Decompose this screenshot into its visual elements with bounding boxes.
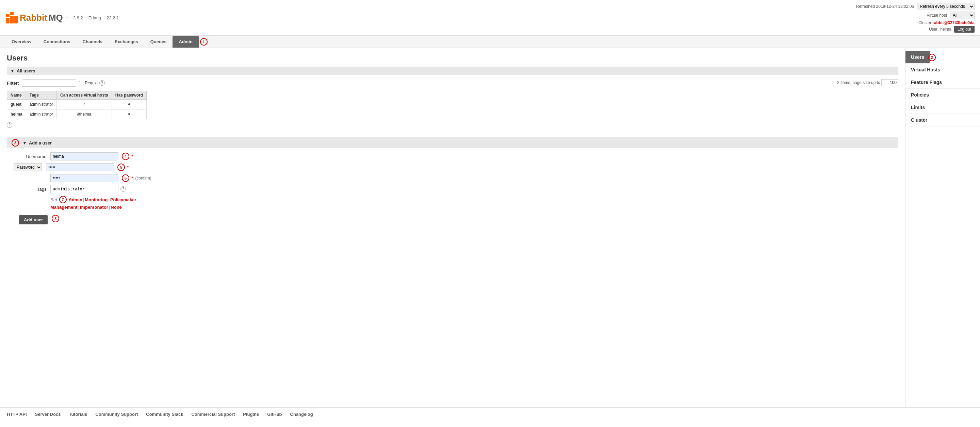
col-name: Name (7, 91, 26, 100)
annotation-2: 2 (928, 54, 936, 61)
svg-rect-1 (10, 12, 14, 15)
annotation-6: 6 (122, 175, 129, 182)
all-users-section: ▼ All users Filter: Regex ? (7, 67, 898, 132)
add-user-arrow: ▼ (22, 140, 27, 146)
tags-row: Tags: ? (14, 185, 898, 193)
table-help-icon[interactable]: ? (7, 122, 12, 128)
regex-label: Regex (85, 81, 97, 85)
footer-community-support[interactable]: Community Support (95, 412, 138, 417)
password-confirm-row: 6 * (confirm) (14, 174, 898, 182)
all-users-header[interactable]: ▼ All users (7, 67, 898, 75)
svg-rect-2 (10, 16, 14, 24)
user-vhosts-guest: / (57, 100, 112, 110)
add-user-label: Add a user (29, 140, 52, 146)
filter-help-icon[interactable]: ? (99, 80, 105, 86)
erlang-label: Erlang (89, 15, 102, 21)
footer: HTTP API Server Docs Tutorials Community… (0, 407, 980, 421)
users-table: Name Tags Can access virtual hosts Has p… (7, 91, 147, 119)
footer-community-slack[interactable]: Community Slack (146, 412, 183, 417)
footer-commercial-support[interactable]: Commercial Support (191, 412, 235, 417)
required-star-username: * (131, 154, 133, 159)
footer-server-docs[interactable]: Server Docs (35, 412, 61, 417)
sidebar-item-limits[interactable]: Limits (905, 101, 980, 114)
sidebar: Users 2 Virtual Hosts Feature Flags Poli… (905, 48, 980, 407)
sidebar-item-feature-flags[interactable]: Feature Flags (905, 76, 980, 89)
regex-checkbox[interactable] (79, 81, 83, 85)
nav-admin-wrapper: Admin 1 (172, 36, 207, 48)
refresh-row: Refreshed 2019-12-24 13:02:06 Refresh ev… (856, 3, 975, 10)
tag-management[interactable]: Management (50, 205, 77, 210)
password-type-select[interactable]: Password Hashing (14, 163, 42, 171)
sidebar-item-users[interactable]: Users (905, 51, 930, 63)
required-star-confirm: * (131, 175, 133, 181)
add-user-header[interactable]: 3 ▼ Add a user (7, 137, 898, 148)
tag-policymaker[interactable]: Policymaker (110, 197, 137, 202)
refreshed-text: Refreshed 2019-12-24 13:02:06 (856, 4, 914, 9)
logo-area: RabbitMQ™ 3.8.2 Erlang 22.2.1 (5, 11, 856, 24)
tag-sep-1: | (83, 197, 84, 202)
all-users-arrow: ▼ (10, 68, 14, 73)
logout-button[interactable]: Log out (954, 26, 975, 33)
logo-tm: ™ (64, 16, 68, 20)
table-header-row: Name Tags Can access virtual hosts Has p… (7, 91, 147, 100)
user-name-guest: guest (7, 100, 26, 110)
col-tags: Tags (26, 91, 56, 100)
username-input[interactable] (50, 152, 118, 160)
tag-impersonator[interactable]: Impersonator (80, 205, 108, 210)
tag-none[interactable]: None (111, 205, 122, 210)
col-vhosts: Can access virtual hosts (57, 91, 112, 100)
page-size-text: 2 items, page size up to (837, 80, 880, 85)
cluster-name: rabbit@32743bcfe0da (932, 21, 975, 25)
annotation-8: 8 (52, 215, 59, 222)
vhost-select[interactable]: All / /itheima (950, 11, 975, 19)
tags-input[interactable] (50, 185, 118, 193)
sidebar-item-cluster[interactable]: Cluster (905, 114, 980, 127)
password-input[interactable] (46, 163, 114, 171)
password-confirm-input[interactable] (50, 174, 118, 182)
footer-github[interactable]: GitHub (267, 412, 282, 417)
tag-sep-4: | (109, 205, 110, 210)
page-size-input[interactable] (881, 79, 898, 86)
tag-monitoring[interactable]: Monitoring (85, 197, 108, 202)
version-number: 3.8.2 (73, 15, 83, 21)
nav-item-queues[interactable]: Queues (144, 36, 173, 48)
footer-plugins[interactable]: Plugins (243, 412, 259, 417)
table-row: guest administrator / • (7, 100, 147, 110)
rabbitmq-logo-icon (5, 11, 18, 24)
header: RabbitMQ™ 3.8.2 Erlang 22.2.1 Refreshed … (0, 0, 980, 36)
erlang-version: 22.2.1 (107, 15, 119, 21)
add-user-button-row: Add user 8 (14, 213, 898, 224)
tag-links-row: Set 7 Admin | Monitoring | Policymaker (50, 196, 898, 203)
table-help: ? (7, 122, 147, 128)
main: Users ▼ All users Filter: Regex (0, 48, 980, 407)
user-label: User (929, 27, 937, 32)
footer-tutorials[interactable]: Tutorials (69, 412, 87, 417)
refresh-select[interactable]: Refresh every 5 seconds Refresh every 10… (917, 3, 975, 10)
filter-input[interactable] (22, 79, 76, 87)
nav: Overview Connections Channels Exchanges … (0, 36, 980, 48)
filter-row: Filter: Regex ? (7, 79, 147, 87)
nav-item-connections[interactable]: Connections (37, 36, 76, 48)
add-user-button[interactable]: Add user (19, 215, 48, 224)
all-users-content: Filter: Regex ? Name (7, 75, 898, 132)
footer-changelog[interactable]: Changelog (290, 412, 313, 417)
annotation-1: 1 (200, 38, 208, 46)
nav-item-channels[interactable]: Channels (76, 36, 109, 48)
user-name: heima (940, 27, 951, 32)
required-star-password: * (127, 165, 129, 170)
svg-rect-4 (14, 16, 18, 24)
password-row: Password Hashing 5 * (14, 163, 898, 171)
annotation-3: 3 (11, 139, 19, 146)
tags-help-icon[interactable]: ? (121, 186, 126, 192)
nav-item-exchanges[interactable]: Exchanges (108, 36, 144, 48)
vhost-row: Virtual host All / /itheima (856, 11, 975, 19)
nav-item-admin[interactable]: Admin (172, 36, 198, 48)
page-title: Users (7, 54, 898, 63)
footer-http-api[interactable]: HTTP API (7, 412, 27, 417)
sidebar-item-virtual-hosts[interactable]: Virtual Hosts (905, 63, 980, 76)
sidebar-item-policies[interactable]: Policies (905, 89, 980, 101)
tag-sep-2: | (108, 197, 110, 202)
nav-item-overview[interactable]: Overview (5, 36, 37, 48)
regex-check: Regex (79, 81, 97, 85)
tag-admin[interactable]: Admin (69, 197, 82, 202)
